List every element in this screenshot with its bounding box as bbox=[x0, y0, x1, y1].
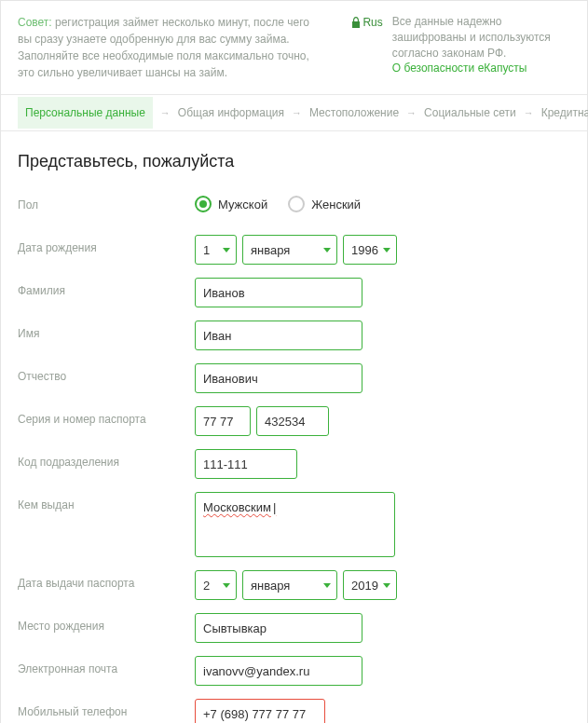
security-text: Все данные надежно зашифрованы и использ… bbox=[392, 14, 570, 76]
lastname-input[interactable] bbox=[195, 278, 362, 307]
radio-icon bbox=[195, 196, 212, 212]
radio-female[interactable]: Женский bbox=[288, 196, 361, 212]
passport-series-input[interactable] bbox=[195, 406, 251, 436]
label-phone: Мобильный телефон bbox=[18, 699, 195, 718]
label-issuedate: Дата выдачи паспорта bbox=[18, 570, 195, 590]
arrow-icon: → bbox=[524, 107, 534, 118]
label-issuer: Кем выдан bbox=[18, 492, 195, 512]
lock-icon: Rus bbox=[351, 16, 382, 29]
label-dept: Код подразделения bbox=[18, 449, 195, 469]
step-general[interactable]: Общая информация bbox=[178, 106, 284, 119]
issuedate-month-select[interactable]: января bbox=[242, 570, 337, 600]
radio-icon bbox=[288, 196, 305, 212]
dept-code-input[interactable] bbox=[195, 449, 297, 479]
label-lastname: Фамилия bbox=[18, 278, 195, 297]
page-title: Представьтесь, пожалуйста bbox=[18, 152, 570, 171]
label-patronymic: Отчество bbox=[18, 363, 195, 383]
birthdate-year-select[interactable]: 1996 bbox=[343, 235, 397, 265]
label-firstname: Имя bbox=[18, 321, 195, 340]
phone-input[interactable] bbox=[195, 699, 325, 723]
label-email: Электронная почта bbox=[18, 656, 195, 675]
arrow-icon: → bbox=[406, 107, 417, 118]
birthdate-month-select[interactable]: января bbox=[242, 235, 337, 265]
patronymic-input[interactable] bbox=[195, 363, 362, 393]
step-personal[interactable]: Персональные данные bbox=[18, 97, 153, 129]
step-location[interactable]: Местоположение bbox=[309, 106, 399, 119]
arrow-icon: → bbox=[160, 107, 171, 118]
step-credit[interactable]: Кредитная история bbox=[541, 106, 588, 119]
issuer-textarea[interactable]: Московским bbox=[195, 492, 395, 557]
tip-body: регистрация займет несколько минут, посл… bbox=[18, 16, 309, 79]
issuedate-year-select[interactable]: 2019 bbox=[343, 570, 397, 600]
security-link[interactable]: О безопасности еКапусты bbox=[392, 61, 527, 75]
security-block: Rus Все данные надежно зашифрованы и исп… bbox=[351, 14, 570, 81]
label-birthdate: Дата рождения bbox=[18, 235, 195, 254]
label-birthplace: Место рождения bbox=[18, 613, 195, 633]
email-input[interactable] bbox=[195, 656, 362, 686]
birthplace-input[interactable] bbox=[195, 613, 362, 643]
issuedate-day-select[interactable]: 2 bbox=[195, 570, 237, 600]
arrow-icon: → bbox=[292, 107, 302, 118]
label-passport: Серия и номер паспорта bbox=[18, 406, 195, 426]
label-gender: Пол bbox=[18, 192, 195, 211]
lock-badge-text: Rus bbox=[362, 16, 382, 29]
firstname-input[interactable] bbox=[195, 321, 362, 350]
registration-tip: Совет: регистрация займет несколько мину… bbox=[18, 14, 323, 81]
tip-label: Совет: bbox=[18, 16, 52, 29]
step-social[interactable]: Социальные сети bbox=[424, 106, 516, 119]
passport-number-input[interactable] bbox=[256, 406, 329, 436]
birthdate-day-select[interactable]: 1 bbox=[195, 235, 237, 265]
radio-male[interactable]: Мужской bbox=[195, 196, 267, 212]
step-nav: Персональные данные → Общая информация →… bbox=[1, 95, 587, 131]
